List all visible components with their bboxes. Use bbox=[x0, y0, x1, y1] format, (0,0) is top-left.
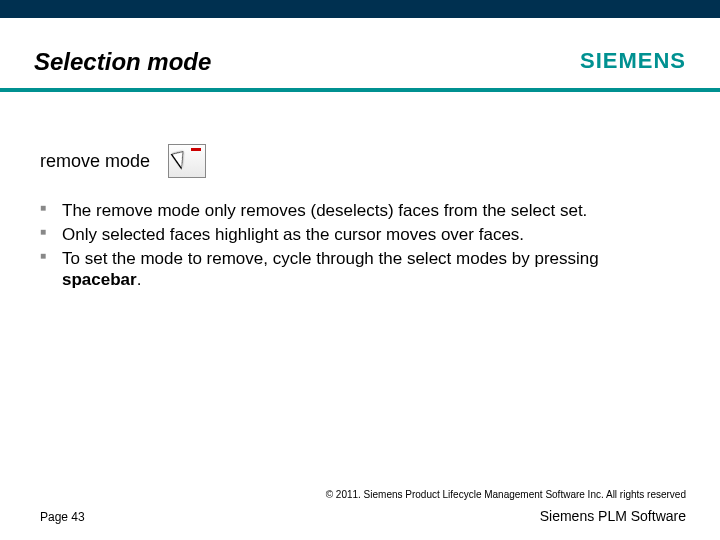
bullet-strong: spacebar bbox=[62, 270, 137, 289]
slide: Selection mode SIEMENS remove mode The r… bbox=[0, 0, 720, 540]
top-accent-bar bbox=[0, 0, 720, 18]
plm-brand: Siemens PLM Software bbox=[540, 508, 686, 524]
bullet-text: To set the mode to remove, cycle through… bbox=[62, 249, 599, 268]
accent-rule bbox=[0, 88, 720, 92]
bullet-item: To set the mode to remove, cycle through… bbox=[40, 248, 680, 292]
siemens-logo: SIEMENS bbox=[580, 48, 686, 74]
slide-title: Selection mode bbox=[34, 48, 211, 76]
bullet-tail: . bbox=[137, 270, 142, 289]
bullet-item: The remove mode only removes (deselects)… bbox=[40, 200, 680, 222]
subhead-row: remove mode bbox=[40, 144, 206, 178]
page-number: Page 43 bbox=[40, 510, 85, 524]
minus-icon bbox=[191, 148, 201, 151]
bullet-item: Only selected faces highlight as the cur… bbox=[40, 224, 680, 246]
bullet-list: The remove mode only removes (deselects)… bbox=[40, 200, 680, 293]
subhead: remove mode bbox=[40, 151, 150, 172]
title-band: Selection mode SIEMENS bbox=[0, 18, 720, 88]
cursor-remove-icon bbox=[168, 144, 206, 178]
copyright-text: © 2011. Siemens Product Lifecycle Manage… bbox=[326, 489, 686, 500]
